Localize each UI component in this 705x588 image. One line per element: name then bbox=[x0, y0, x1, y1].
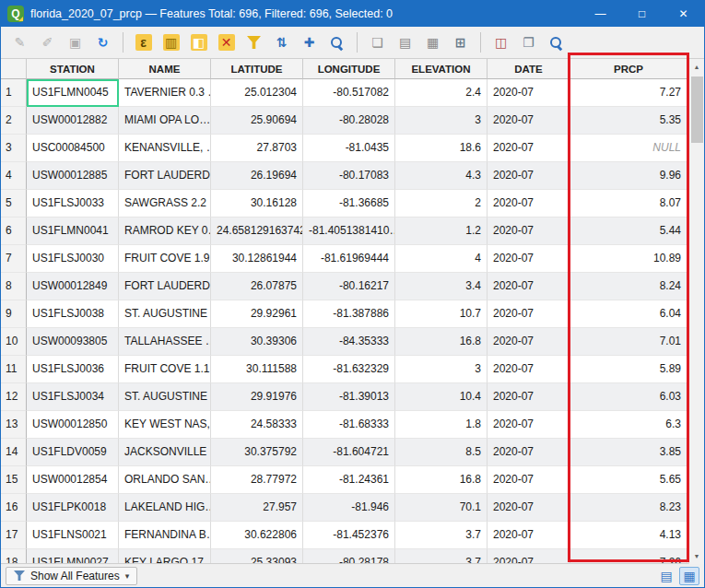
cell-13-prcp[interactable]: 6.3 bbox=[570, 411, 687, 439]
cell-1-elevation[interactable]: 2.4 bbox=[395, 79, 488, 107]
cell-12-elevation[interactable]: 10.4 bbox=[395, 383, 488, 411]
cell-11-prcp[interactable]: 5.89 bbox=[570, 356, 687, 383]
filter-select-form-button[interactable] bbox=[242, 31, 265, 54]
cell-18-prcp[interactable]: 7.26 bbox=[570, 549, 687, 563]
cell-16-longitude[interactable]: -81.946 bbox=[303, 494, 395, 522]
cell-6-latitude[interactable]: 24.6581291637423 bbox=[211, 218, 303, 245]
copy-rows-button[interactable]: ❏ bbox=[366, 31, 389, 54]
pan-to-selection-button[interactable]: ✚ bbox=[298, 31, 321, 54]
cell-16-elevation[interactable]: 70.1 bbox=[395, 494, 488, 522]
close-button[interactable]: ✕ bbox=[663, 1, 704, 27]
cell-10-station[interactable]: USW00093805 bbox=[27, 328, 119, 356]
cell-13-date[interactable]: 2020-07 bbox=[488, 411, 570, 439]
cell-1-date[interactable]: 2020-07 bbox=[488, 79, 570, 107]
row-header-15[interactable]: 15 bbox=[1, 466, 27, 494]
cell-17-elevation[interactable]: 3.7 bbox=[395, 522, 488, 549]
cell-2-prcp[interactable]: 5.35 bbox=[570, 107, 687, 135]
select-all-button[interactable]: ▥ bbox=[159, 31, 182, 54]
cell-16-name[interactable]: LAKELAND HIG… bbox=[119, 494, 211, 522]
cell-12-date[interactable]: 2020-07 bbox=[488, 383, 570, 411]
cell-13-latitude[interactable]: 24.58333 bbox=[211, 411, 303, 439]
cell-14-longitude[interactable]: -81.604721 bbox=[303, 439, 395, 466]
cell-18-latitude[interactable]: 25.33093 bbox=[211, 549, 303, 563]
cell-6-name[interactable]: RAMROD KEY 0… bbox=[119, 218, 211, 245]
cell-18-station[interactable]: US1FLMN0027 bbox=[27, 549, 119, 563]
cell-3-station[interactable]: USC00084500 bbox=[27, 135, 119, 162]
cell-3-elevation[interactable]: 18.6 bbox=[395, 135, 488, 162]
vertical-scrollbar[interactable]: ▲ ▼ bbox=[688, 59, 704, 564]
row-header-17[interactable]: 17 bbox=[1, 522, 27, 549]
cell-4-station[interactable]: USW00012885 bbox=[27, 162, 119, 190]
cell-12-station[interactable]: US1FLSJ0034 bbox=[27, 383, 119, 411]
cell-2-name[interactable]: MIAMI OPA LO… bbox=[119, 107, 211, 135]
cell-7-longitude[interactable]: -81.61969444 bbox=[303, 245, 395, 273]
row-header-13[interactable]: 13 bbox=[1, 411, 27, 439]
cell-17-date[interactable]: 2020-07 bbox=[488, 522, 570, 549]
minimize-button[interactable]: — bbox=[580, 1, 621, 27]
cell-9-latitude[interactable]: 29.92961 bbox=[211, 300, 303, 328]
cell-9-station[interactable]: US1FLSJ0038 bbox=[27, 300, 119, 328]
table-view-button[interactable]: ▦ bbox=[679, 567, 699, 585]
row-header-6[interactable]: 6 bbox=[1, 218, 27, 245]
scroll-up-button[interactable]: ▲ bbox=[689, 59, 704, 75]
cell-9-date[interactable]: 2020-07 bbox=[488, 300, 570, 328]
cell-8-station[interactable]: USW00012849 bbox=[27, 273, 119, 300]
cell-6-longitude[interactable]: -81.4051381410… bbox=[303, 218, 395, 245]
dock-table-button[interactable]: ❐ bbox=[517, 31, 540, 54]
deselect-all-button[interactable]: ✕ bbox=[215, 31, 238, 54]
cell-2-elevation[interactable]: 3 bbox=[395, 107, 488, 135]
delete-field-button[interactable]: ▦ bbox=[421, 31, 444, 54]
cell-1-latitude[interactable]: 25.012304 bbox=[211, 79, 303, 107]
cell-18-longitude[interactable]: -80.28178 bbox=[303, 549, 395, 563]
cell-17-longitude[interactable]: -81.452376 bbox=[303, 522, 395, 549]
cell-15-elevation[interactable]: 16.8 bbox=[395, 466, 488, 494]
select-by-expression-button[interactable]: ε bbox=[132, 31, 155, 54]
cell-15-latitude[interactable]: 28.77972 bbox=[211, 466, 303, 494]
cell-5-prcp[interactable]: 8.07 bbox=[570, 190, 687, 218]
cell-16-prcp[interactable]: 8.23 bbox=[570, 494, 687, 522]
cell-7-name[interactable]: FRUIT COVE 1.9… bbox=[119, 245, 211, 273]
cell-18-date[interactable]: 2020-07 bbox=[488, 549, 570, 563]
cell-15-date[interactable]: 2020-07 bbox=[488, 466, 570, 494]
corner-header[interactable] bbox=[1, 59, 27, 79]
row-header-3[interactable]: 3 bbox=[1, 135, 27, 162]
cell-12-longitude[interactable]: -81.39013 bbox=[303, 383, 395, 411]
cell-1-station[interactable]: US1FLMN0045 bbox=[27, 79, 119, 107]
cell-11-station[interactable]: US1FLSJ0036 bbox=[27, 356, 119, 383]
cell-1-prcp[interactable]: 7.27 bbox=[570, 79, 687, 107]
cell-7-station[interactable]: US1FLSJ0030 bbox=[27, 245, 119, 273]
new-field-button[interactable]: ▤ bbox=[394, 31, 417, 54]
cell-8-latitude[interactable]: 26.07875 bbox=[211, 273, 303, 300]
column-header-date[interactable]: DATE bbox=[488, 59, 570, 79]
cell-5-name[interactable]: SAWGRASS 2.2 … bbox=[119, 190, 211, 218]
cell-3-name[interactable]: KENANSVILLE, … bbox=[119, 135, 211, 162]
cell-10-name[interactable]: TALLAHASSEE … bbox=[119, 328, 211, 356]
cell-17-latitude[interactable]: 30.622806 bbox=[211, 522, 303, 549]
cell-9-elevation[interactable]: 10.7 bbox=[395, 300, 488, 328]
scrollbar-thumb[interactable] bbox=[691, 76, 703, 143]
titlebar[interactable]: Q florida_2020_07_prcp — Features Total:… bbox=[1, 1, 704, 27]
cell-4-elevation[interactable]: 4.3 bbox=[395, 162, 488, 190]
cell-4-longitude[interactable]: -80.17083 bbox=[303, 162, 395, 190]
cell-1-longitude[interactable]: -80.517082 bbox=[303, 79, 395, 107]
cell-14-latitude[interactable]: 30.375792 bbox=[211, 439, 303, 466]
cell-17-name[interactable]: FERNANDINA B… bbox=[119, 522, 211, 549]
row-header-12[interactable]: 12 bbox=[1, 383, 27, 411]
row-header-8[interactable]: 8 bbox=[1, 273, 27, 300]
cell-3-date[interactable]: 2020-07 bbox=[488, 135, 570, 162]
cell-6-prcp[interactable]: 5.44 bbox=[570, 218, 687, 245]
cell-17-station[interactable]: US1FLNS0021 bbox=[27, 522, 119, 549]
zoom-to-selection-button[interactable] bbox=[325, 31, 348, 54]
cell-9-longitude[interactable]: -81.387886 bbox=[303, 300, 395, 328]
cell-9-name[interactable]: ST. AUGUSTINE … bbox=[119, 300, 211, 328]
cell-15-prcp[interactable]: 5.65 bbox=[570, 466, 687, 494]
cell-12-name[interactable]: ST. AUGUSTINE … bbox=[119, 383, 211, 411]
cell-7-latitude[interactable]: 30.12861944 bbox=[211, 245, 303, 273]
cell-6-date[interactable]: 2020-07 bbox=[488, 218, 570, 245]
cell-13-elevation[interactable]: 1.8 bbox=[395, 411, 488, 439]
cell-10-prcp[interactable]: 7.01 bbox=[570, 328, 687, 356]
cell-8-name[interactable]: FORT LAUDERD… bbox=[119, 273, 211, 300]
cell-8-elevation[interactable]: 3.4 bbox=[395, 273, 488, 300]
field-calculator-button[interactable]: ⊞ bbox=[449, 31, 472, 54]
cell-16-station[interactable]: US1FLPK0018 bbox=[27, 494, 119, 522]
